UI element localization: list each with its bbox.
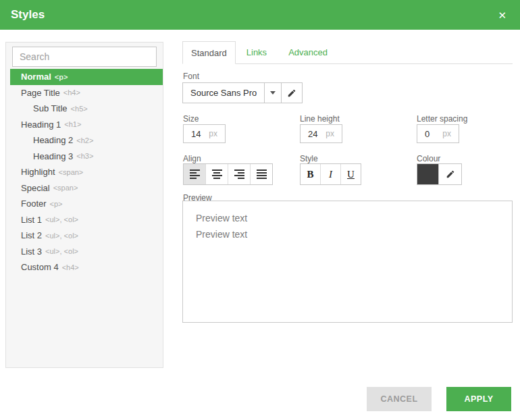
chevron-down-icon xyxy=(270,91,276,95)
sidebar-item-special[interactable]: Special<span> xyxy=(6,180,163,196)
align-label: Align xyxy=(183,154,201,163)
pencil-icon xyxy=(287,88,296,98)
bold-button[interactable]: B xyxy=(301,164,320,184)
style-tag: <h2> xyxy=(76,136,93,145)
size-unit: px xyxy=(209,129,225,138)
style-name: Custom 4 xyxy=(21,262,59,272)
sidebar-item-page-title[interactable]: Page Title<h4> xyxy=(6,85,163,101)
sidebar-item-highlight[interactable]: Highlight<span> xyxy=(6,164,163,180)
style-group: BIU xyxy=(300,163,361,185)
align-justify-button[interactable] xyxy=(250,164,272,184)
style-tag: <h4> xyxy=(62,263,79,271)
styles-list: Normal<p>Page Title<h4>Sub Title<h5>Head… xyxy=(6,69,163,275)
style-name: List 3 xyxy=(21,246,42,257)
align-right-button[interactable] xyxy=(228,164,250,184)
style-name: List 1 xyxy=(21,215,42,225)
style-tag: <h3> xyxy=(76,152,93,160)
letter-spacing-unit: px xyxy=(442,129,459,138)
sidebar-item-footer[interactable]: Footer<p> xyxy=(6,196,163,212)
sidebar-item-list-2[interactable]: List 2<ul>, <ol> xyxy=(6,228,163,244)
style-tag: <p> xyxy=(50,200,63,208)
style-tag: <ul>, <ol> xyxy=(45,215,78,224)
line-height-value[interactable]: 24 xyxy=(301,129,326,139)
style-name: Normal xyxy=(21,72,51,82)
dialog-header: Styles ✕ xyxy=(0,0,520,30)
tab-bar: StandardLinksAdvanced xyxy=(182,41,513,64)
sidebar-item-list-3[interactable]: List 3<ul>, <ol> xyxy=(6,244,163,260)
line-height-label: Line height xyxy=(300,114,340,124)
align-right-icon xyxy=(234,169,244,179)
sidebar-item-sub-title[interactable]: Sub Title<h5> xyxy=(6,101,163,117)
dialog-title: Styles xyxy=(11,8,45,22)
style-name: Heading 3 xyxy=(33,151,73,161)
main-panel: StandardLinksAdvanced Font Source Sans P… xyxy=(182,41,513,368)
font-dropdown-button[interactable] xyxy=(264,83,281,103)
colour-label: Colour xyxy=(417,154,440,163)
line-height-unit: px xyxy=(326,129,342,138)
search-input[interactable] xyxy=(12,47,157,67)
styles-sidebar: Normal<p>Page Title<h4>Sub Title<h5>Head… xyxy=(5,42,163,368)
style-tag: <h5> xyxy=(71,105,88,113)
align-group xyxy=(183,163,273,185)
tab-advanced[interactable]: Advanced xyxy=(278,41,338,63)
style-name: Heading 2 xyxy=(33,135,73,145)
font-label: Font xyxy=(183,72,199,81)
sidebar-item-custom-4[interactable]: Custom 4<h4> xyxy=(6,259,163,275)
size-field[interactable]: 14 px xyxy=(183,124,226,143)
sidebar-item-heading-2[interactable]: Heading 2<h2> xyxy=(6,132,163,149)
tab-links[interactable]: Links xyxy=(236,41,278,63)
colour-swatch[interactable] xyxy=(417,164,438,184)
style-name: Footer xyxy=(21,199,47,209)
align-left-button[interactable] xyxy=(184,164,205,184)
preview-text-line: Preview text xyxy=(196,210,499,226)
style-tag: <p> xyxy=(55,73,68,81)
tab-standard[interactable]: Standard xyxy=(182,41,236,64)
pencil-icon xyxy=(446,169,455,179)
underline-button[interactable]: U xyxy=(340,164,361,184)
style-tag: <ul>, <ol> xyxy=(45,232,78,240)
style-name: Heading 1 xyxy=(21,120,61,130)
preview-area: Preview textPreview text xyxy=(182,201,513,323)
size-label: Size xyxy=(183,114,199,124)
style-tag: <h4> xyxy=(63,88,80,97)
align-justify-icon xyxy=(257,169,267,179)
letter-spacing-value[interactable]: 0 xyxy=(417,129,442,139)
size-value[interactable]: 14 xyxy=(184,129,209,139)
style-name: List 2 xyxy=(21,230,42,240)
sidebar-item-heading-1[interactable]: Heading 1<h1> xyxy=(6,117,163,133)
font-select[interactable]: Source Sans Pro xyxy=(183,83,264,103)
colour-control xyxy=(417,163,462,185)
style-tag: <ul>, <ol> xyxy=(45,247,78,255)
colour-edit-button[interactable] xyxy=(438,164,461,184)
apply-button[interactable]: APPLY xyxy=(446,387,511,411)
close-icon[interactable]: ✕ xyxy=(495,7,509,23)
letter-spacing-label: Letter spacing xyxy=(417,114,467,124)
align-center-button[interactable] xyxy=(205,164,228,184)
sidebar-item-list-1[interactable]: List 1<ul>, <ol> xyxy=(6,212,163,228)
style-tag: <h1> xyxy=(64,120,81,128)
cancel-button[interactable]: CANCEL xyxy=(367,387,432,411)
line-height-field[interactable]: 24 px xyxy=(300,124,342,143)
font-control: Source Sans Pro xyxy=(182,82,303,103)
font-edit-button[interactable] xyxy=(281,83,302,103)
align-center-icon xyxy=(212,169,222,179)
preview-text-line: Preview text xyxy=(196,226,499,242)
style-tag: <span> xyxy=(53,184,78,192)
style-name: Special xyxy=(21,183,50,193)
style-label: Style xyxy=(300,154,318,163)
style-tag: <span> xyxy=(59,168,84,176)
align-left-icon xyxy=(190,169,200,179)
sidebar-item-heading-3[interactable]: Heading 3<h3> xyxy=(6,149,163,165)
style-name: Highlight xyxy=(21,167,55,177)
style-name: Page Title xyxy=(21,88,60,98)
letter-spacing-field[interactable]: 0 px xyxy=(417,124,459,143)
italic-button[interactable]: I xyxy=(320,164,340,184)
sidebar-item-normal[interactable]: Normal<p> xyxy=(10,69,163,85)
style-name: Sub Title xyxy=(33,103,68,113)
